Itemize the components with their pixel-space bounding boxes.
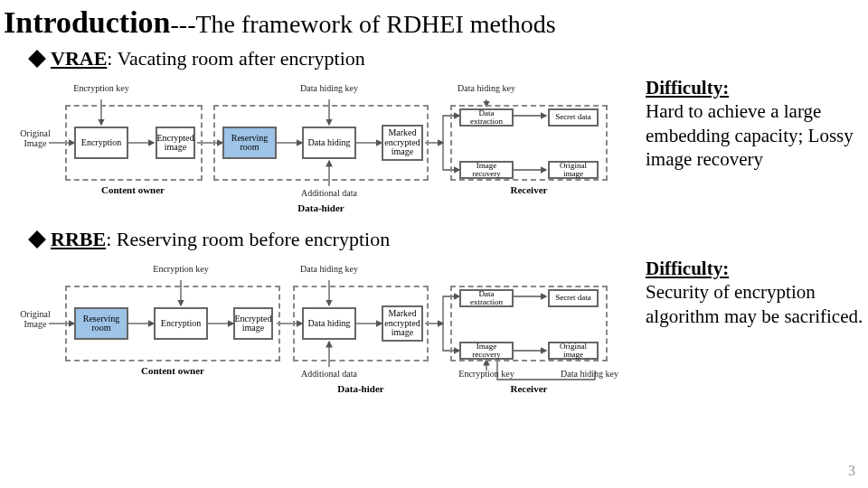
rrbe-label: : Reserving room before encryption xyxy=(106,228,390,251)
vrae-secret-box: Secret data xyxy=(548,108,599,127)
rrbe-reserving-box: Reserving room xyxy=(74,307,128,340)
diamond-icon xyxy=(28,50,46,68)
vrae-orig-lab: Original Image xyxy=(20,128,51,148)
rrbe-difficulty: Difficulty: Security of encryption algor… xyxy=(635,253,868,328)
vrae-dataext-box: Data extraction xyxy=(459,108,514,127)
rrbe-owner-role: Content owner xyxy=(65,365,280,376)
rrbe-secret-box: Secret data xyxy=(548,289,599,307)
rrbe-enckey-lab: Encryption key xyxy=(148,264,213,274)
rrbe-acronym: RRBE xyxy=(51,228,106,251)
vrae-hider-role: Data-hider xyxy=(213,202,429,213)
rrbe-diff-body: Security of encryption algorithm may be … xyxy=(646,281,863,326)
vrae-diff-body: Hard to achieve a large embedding capaci… xyxy=(646,100,854,170)
vrae-rx-dhkey-lab: Data hiding key xyxy=(450,83,523,93)
title-dashes: --- xyxy=(171,10,196,38)
vrae-reserving-box: Reserving room xyxy=(222,127,277,159)
rrbe-rx-dhkey-lab: Data hiding key xyxy=(553,369,626,379)
slide-title: Introduction---The framework of RDHEI me… xyxy=(0,0,868,42)
slide-number: 3 xyxy=(848,463,855,479)
rrbe-receiver-role: Receiver xyxy=(450,383,608,394)
rrbe-diff-label: Difficulty: xyxy=(646,258,729,279)
rrbe-diagram: Original Image Reserving room Encryption… xyxy=(20,253,635,407)
rrbe-encryption-box: Encryption xyxy=(154,307,208,340)
vrae-encryption-box: Encryption xyxy=(74,127,128,159)
vrae-owner-role: Content owner xyxy=(65,184,201,195)
rrbe-imgrec-box: Image recovery xyxy=(459,342,514,360)
rrbe-origout-box: Original image xyxy=(548,342,599,360)
vrae-imgrec-box: Image recovery xyxy=(459,161,514,179)
rrbe-addl-lab: Additional data xyxy=(291,369,367,379)
vrae-diagram: Original Image Encryption key Encryption… xyxy=(20,72,635,217)
title-lead: Introduction xyxy=(4,5,171,39)
vrae-acronym: VRAE xyxy=(51,47,107,70)
rrbe-bullet: RRBE : Reserving room before encryption xyxy=(0,222,868,253)
rrbe-dhkey-lab: Data hiding key xyxy=(293,264,365,274)
rrbe-dataext-box: Data extraction xyxy=(459,289,514,307)
vrae-origout-box: Original image xyxy=(548,161,599,179)
rrbe-encimg-box: Encrypted image xyxy=(233,307,273,340)
rrbe-datahide-box: Data hiding xyxy=(302,307,356,340)
rrbe-marked-box: Marked encrypted image xyxy=(382,305,423,342)
vrae-addl-lab: Additional data xyxy=(291,188,367,198)
rrbe-rx-enckey-lab: Encryption key xyxy=(450,369,523,379)
rrbe-hider-role: Data-hider xyxy=(293,383,429,394)
vrae-dhkey-lab: Data hiding key xyxy=(293,83,365,93)
vrae-marked-box: Marked encrypted image xyxy=(382,125,423,161)
vrae-receiver-role: Receiver xyxy=(450,184,608,195)
vrae-difficulty: Difficulty: Hard to achieve a large embe… xyxy=(635,72,868,171)
vrae-row: Original Image Encryption key Encryption… xyxy=(0,72,868,217)
vrae-label: : Vacating room after encryption xyxy=(107,47,365,70)
rrbe-row: Original Image Reserving room Encryption… xyxy=(0,253,868,407)
rrbe-orig-lab: Original Image xyxy=(20,309,51,329)
vrae-datahide-box: Data hiding xyxy=(302,127,356,159)
diamond-icon xyxy=(28,230,46,249)
title-rest: The framework of RDHEI methods xyxy=(196,10,556,38)
vrae-encimg-box: Encrypted image xyxy=(156,127,195,159)
vrae-bullet: VRAE : Vacating room after encryption xyxy=(0,42,868,72)
vrae-diff-label: Difficulty: xyxy=(646,77,729,99)
vrae-enckey-lab: Encryption key xyxy=(69,83,134,93)
